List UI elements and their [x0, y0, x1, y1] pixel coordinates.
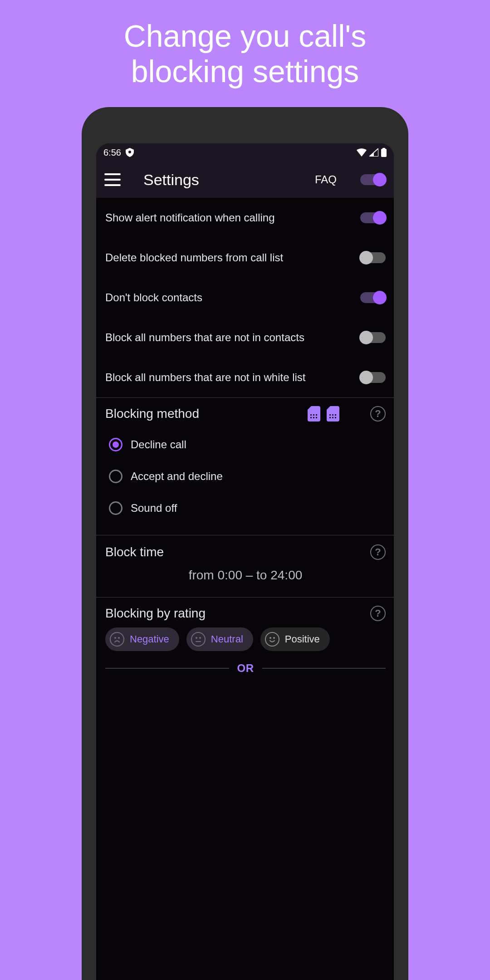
svg-point-21: [273, 637, 275, 639]
svg-point-0: [128, 151, 131, 153]
svg-rect-14: [335, 417, 336, 418]
blocking-by-rating-section: Blocking by rating ? Negative Neutral: [96, 598, 394, 679]
svg-rect-6: [310, 417, 312, 418]
chip-label: Neutral: [211, 633, 243, 645]
or-label: OR: [237, 662, 254, 675]
setting-label: Block all numbers that are not in white …: [105, 371, 306, 384]
hero-title: Change you call's blocking settings: [124, 18, 367, 89]
blocking-by-rating-title: Blocking by rating: [105, 606, 370, 621]
radio-accept-decline[interactable]: Accept and decline: [109, 461, 386, 492]
setting-dont-block-contacts[interactable]: Don't block contacts: [96, 278, 394, 318]
sim1-icon[interactable]: [308, 406, 320, 421]
svg-point-20: [270, 637, 271, 639]
menu-icon[interactable]: [104, 173, 121, 186]
radio[interactable]: [109, 501, 122, 515]
svg-rect-8: [316, 417, 317, 418]
settings-list: Show alert notification when calling Del…: [96, 198, 394, 397]
chip-neutral[interactable]: Neutral: [186, 627, 253, 651]
radio[interactable]: [109, 470, 122, 483]
radio-label: Decline call: [131, 438, 186, 451]
setting-block-not-in-contacts[interactable]: Block all numbers that are not in contac…: [96, 318, 394, 358]
page-title: Settings: [135, 171, 300, 189]
svg-point-16: [118, 637, 120, 639]
divider-line: [262, 668, 386, 669]
battery-icon: [381, 148, 387, 157]
setting-label: Delete blocked numbers from call list: [105, 251, 283, 264]
face-happy-icon: [265, 632, 279, 647]
toggle[interactable]: [360, 292, 386, 303]
sim2-icon[interactable]: [327, 406, 339, 421]
toggle[interactable]: [360, 212, 386, 223]
svg-rect-13: [332, 417, 333, 418]
toggle[interactable]: [360, 372, 386, 383]
chip-label: Negative: [130, 633, 169, 645]
or-divider: OR: [105, 659, 386, 675]
svg-rect-3: [310, 414, 312, 416]
help-icon[interactable]: ?: [370, 406, 386, 421]
divider-line: [105, 668, 229, 669]
hero-line-2: blocking settings: [124, 54, 367, 89]
setting-label: Block all numbers that are not in contac…: [105, 331, 304, 344]
radio-sound-off[interactable]: Sound off: [109, 492, 386, 524]
chip-positive[interactable]: Positive: [260, 627, 330, 651]
radio-list: Decline call Accept and decline Sound of…: [105, 423, 386, 530]
svg-rect-5: [316, 414, 317, 416]
shield-icon: [126, 148, 134, 157]
svg-rect-9: [329, 414, 331, 416]
help-icon[interactable]: ?: [370, 544, 386, 560]
signal-icon: [369, 148, 378, 157]
rating-chips: Negative Neutral Positive: [105, 627, 386, 659]
chip-negative[interactable]: Negative: [105, 627, 179, 651]
setting-label: Show alert notification when calling: [105, 211, 275, 224]
block-time-value[interactable]: from 0:00 – to 24:00: [105, 560, 386, 593]
radio-label: Sound off: [131, 502, 177, 514]
svg-point-18: [199, 637, 201, 639]
master-toggle[interactable]: [360, 174, 386, 185]
radio-label: Accept and decline: [131, 470, 223, 483]
block-time-section: Block time ? from 0:00 – to 24:00: [96, 535, 394, 597]
svg-rect-12: [329, 417, 331, 418]
blocking-method-title: Blocking method: [105, 407, 301, 421]
status-time: 6:56: [103, 147, 121, 158]
svg-rect-1: [381, 149, 387, 157]
setting-show-alert[interactable]: Show alert notification when calling: [96, 198, 394, 238]
blocking-method-section: Blocking method ? Decline call Accept an…: [96, 398, 394, 535]
wifi-icon: [357, 148, 367, 157]
svg-rect-7: [313, 417, 314, 418]
hero-line-1: Change you call's: [124, 18, 367, 54]
setting-block-not-in-whitelist[interactable]: Block all numbers that are not in white …: [96, 358, 394, 397]
svg-rect-11: [335, 414, 336, 416]
toggle[interactable]: [360, 332, 386, 343]
help-icon[interactable]: ?: [370, 606, 386, 621]
phone-frame: 6:56 Settings FAQ: [82, 107, 408, 980]
face-sad-icon: [110, 632, 124, 647]
svg-rect-2: [382, 148, 385, 149]
block-time-title: Block time: [105, 545, 370, 559]
svg-point-15: [114, 637, 116, 639]
status-bar: 6:56: [96, 143, 394, 162]
phone-screen: 6:56 Settings FAQ: [96, 143, 394, 980]
setting-label: Don't block contacts: [105, 291, 202, 304]
face-neutral-icon: [191, 632, 206, 647]
toggle[interactable]: [360, 252, 386, 263]
chip-label: Positive: [285, 633, 320, 645]
svg-point-17: [196, 637, 197, 639]
app-bar: Settings FAQ: [96, 162, 394, 198]
svg-rect-4: [313, 414, 314, 416]
faq-button[interactable]: FAQ: [315, 173, 337, 186]
radio-decline-call[interactable]: Decline call: [109, 429, 386, 461]
radio[interactable]: [109, 438, 122, 451]
svg-rect-10: [332, 414, 333, 416]
setting-delete-blocked[interactable]: Delete blocked numbers from call list: [96, 238, 394, 278]
